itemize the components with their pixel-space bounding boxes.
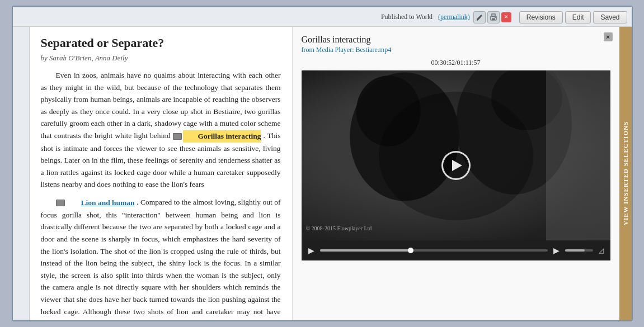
volume-bar[interactable] (565, 249, 593, 252)
revisions-button[interactable]: Revisions (519, 11, 563, 23)
article-panel: Separated or Separate? by Sarah O'Brien,… (30, 27, 293, 320)
content-area: Separated or Separate? by Sarah O'Brien,… (13, 27, 632, 320)
svg-rect-3 (492, 14, 495, 16)
main-content: Separated or Separate? by Sarah O'Brien,… (30, 27, 632, 320)
progress-bar[interactable] (320, 249, 548, 252)
svg-rect-10 (546, 70, 610, 241)
play-button[interactable] (441, 151, 471, 180)
article-text-1: Even in zoos, animals have no qualms abo… (41, 71, 281, 140)
play-ctrl-button[interactable]: ▶ (306, 245, 317, 256)
main-window: Published to World (permalink) (12, 6, 633, 321)
print-icon-btn[interactable] (487, 11, 500, 23)
media-source-link[interactable]: Media Player: Bestiare.mp4 (316, 46, 391, 54)
svg-point-5 (495, 17, 496, 18)
mute-button[interactable]: ▶ (551, 245, 562, 256)
top-bar-icons: × (473, 11, 511, 23)
article-text-3: . Compared to the almost loving, slightl… (41, 198, 281, 320)
gorillas-highlight[interactable]: Gorillas interacting (183, 130, 261, 143)
right-sidebar-label: VIEW INSERTED SELECTIONS (622, 121, 629, 225)
fullscreen-button[interactable]: ◿ (596, 245, 606, 255)
published-status: Published to World (381, 13, 433, 21)
media-title: Gorillas interacting (302, 35, 610, 45)
svg-rect-4 (492, 18, 495, 20)
media-source-label: from (302, 46, 314, 54)
progress-thumb[interactable] (408, 248, 413, 253)
article-author: by Sarah O'Brien, Anna Deily (41, 54, 281, 63)
article-paragraph-1: Even in zoos, animals have no qualms abo… (41, 69, 281, 191)
media-thumbnail-icon-2 (56, 200, 65, 206)
lion-human-link[interactable]: Lion and human (66, 197, 135, 209)
outer-container: Published to World (permalink) (0, 0, 644, 327)
article-body: Even in zoos, animals have no qualms abo… (41, 69, 281, 320)
left-sidebar (13, 27, 30, 320)
play-icon (452, 160, 462, 171)
action-buttons: Revisions Edit Saved (519, 11, 627, 23)
right-sidebar[interactable]: VIEW INSERTED SELECTIONS (619, 27, 632, 320)
video-container[interactable]: © 2008-2015 Flowplayer Ltd ▶ ▶ (302, 70, 610, 260)
volume-fill (565, 249, 585, 252)
edit-icon-btn[interactable] (473, 11, 486, 23)
saved-button[interactable]: Saved (593, 11, 627, 23)
media-close-button[interactable]: × (604, 32, 613, 41)
window-close-button[interactable]: × (501, 12, 511, 22)
progress-fill (320, 249, 411, 252)
video-copyright: © 2008-2015 Flowplayer Ltd (306, 225, 372, 231)
edit-button[interactable]: Edit (565, 11, 591, 23)
media-thumbnail-icon (173, 133, 182, 140)
media-ref-gorillas: Gorillas interacting (173, 130, 261, 143)
video-controls: ▶ ▶ ◿ (302, 240, 610, 260)
article-title: Separated or Separate? (41, 36, 281, 50)
media-source: from Media Player: Bestiare.mp4 (302, 46, 610, 54)
top-bar: Published to World (permalink) (13, 7, 632, 27)
svg-marker-1 (477, 15, 482, 20)
article-paragraph-2: Lion and human . Compared to the almost … (41, 196, 281, 320)
media-timestamp: 00:30:52/01:11:57 (302, 59, 610, 67)
media-panel: Gorillas interacting from Media Player: … (293, 27, 619, 320)
media-ref-lion: Lion and human (56, 197, 135, 209)
permalink-link[interactable]: (permalink) (438, 13, 470, 21)
